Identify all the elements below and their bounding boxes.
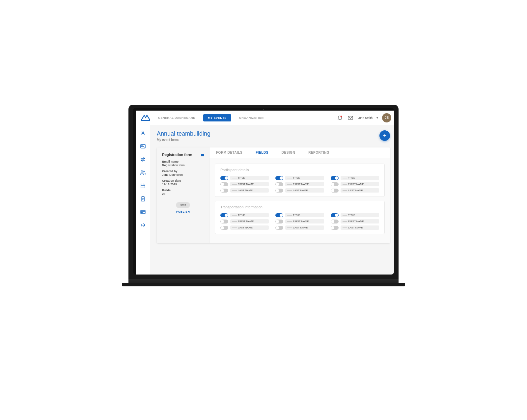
toggle-lastname-2[interactable] (275, 189, 283, 193)
svg-rect-9 (141, 197, 145, 201)
field-pill-lastname-3: LAST NAME (341, 188, 379, 193)
nav-right: John Smith ▾ JS (337, 113, 391, 122)
svg-rect-4 (141, 144, 145, 148)
notification-icon[interactable] (337, 115, 343, 121)
blue-square-indicator (201, 154, 204, 156)
field-row: FIRST NAME (275, 182, 324, 186)
toggle-title-1[interactable] (220, 176, 228, 180)
field-row: FIRST NAME (275, 219, 324, 223)
draft-button[interactable]: Draft (176, 202, 190, 208)
email-name-label: Email name (162, 160, 204, 163)
toggle-t-firstname-2[interactable] (275, 220, 283, 223)
tab-form-details[interactable]: FORM DETAILS (209, 147, 249, 158)
svg-point-6 (141, 171, 143, 172)
email-name-value: Registration form (162, 164, 204, 167)
tab-fields[interactable]: FIELDS (249, 147, 275, 158)
share-icon[interactable] (139, 221, 147, 229)
sidebar-icons (136, 125, 150, 275)
field-pill-t-lastname-2: LAST NAME (285, 225, 324, 230)
field-row: TITLE (220, 176, 269, 180)
svg-point-3 (142, 131, 144, 133)
credit-card-icon[interactable] (139, 208, 147, 216)
svg-rect-8 (141, 184, 145, 188)
toggle-lastname-3[interactable] (331, 189, 339, 193)
nav-my-events[interactable]: MY EVENTS (203, 114, 231, 121)
field-pill-t-firstname-1: FIRST NAME (230, 219, 269, 223)
tab-design[interactable]: DESIGN (275, 147, 302, 158)
toggle-t-lastname-2[interactable] (275, 226, 283, 230)
svg-rect-10 (141, 210, 145, 214)
participant-details-group: Participant details TITLE (215, 164, 385, 197)
field-row: LAST NAME (220, 188, 269, 193)
tabs: FORM DETAILS FIELDS DESIGN REPORTING (209, 147, 390, 158)
field-pill-lastname-2: LAST NAME (285, 188, 324, 193)
svg-point-1 (340, 116, 342, 117)
toggle-firstname-2[interactable] (275, 182, 283, 186)
form-sidebar-title: Registration form (162, 153, 192, 157)
dropdown-icon[interactable]: ▾ (376, 116, 378, 119)
participant-columns: TITLE FIRST NAME (220, 176, 379, 193)
nav-organization[interactable]: ORGANIZATION (239, 115, 264, 121)
transportation-columns: TITLE FIRST NAME (220, 213, 379, 230)
field-row: TITLE (275, 213, 324, 217)
svg-marker-0 (141, 115, 150, 120)
person-icon[interactable] (139, 129, 147, 137)
calendar-icon[interactable] (139, 182, 147, 190)
toggle-t-title-2[interactable] (275, 213, 283, 217)
toggle-lastname-1[interactable] (220, 189, 228, 193)
nav-general-dashboard[interactable]: GENERAL DASHBOARD (158, 115, 195, 121)
toggle-t-firstname-3[interactable] (331, 220, 339, 223)
field-row: TITLE (331, 176, 379, 180)
tab-reporting[interactable]: REPORTING (302, 147, 336, 158)
field-pill-t-title-1: TITLE (230, 213, 269, 217)
toggle-title-3[interactable] (331, 176, 339, 180)
svg-rect-11 (141, 212, 143, 213)
toggle-firstname-3[interactable] (331, 182, 339, 186)
participant-details-title: Participant details (220, 168, 379, 172)
toggle-t-lastname-1[interactable] (220, 226, 228, 230)
fields-label: Fields (162, 189, 204, 192)
add-button[interactable]: + (379, 130, 390, 141)
field-pill-firstname-2: FIRST NAME (285, 182, 324, 186)
field-pill-lastname-1: LAST NAME (230, 188, 269, 193)
people-icon[interactable] (139, 169, 147, 176)
form-panel: Registration form Email name Registratio… (157, 147, 390, 243)
field-row: TITLE (331, 213, 379, 217)
toggle-t-title-1[interactable] (220, 213, 228, 217)
mail-icon[interactable] (347, 115, 354, 121)
form-main: FORM DETAILS FIELDS DESIGN REPORTING Par… (209, 147, 390, 243)
participant-col-3: TITLE FIRST NAME (331, 176, 379, 193)
logo (141, 114, 150, 122)
fields-content: Participant details TITLE (209, 158, 390, 243)
field-pill-t-lastname-1: LAST NAME (230, 225, 269, 230)
toggle-title-2[interactable] (275, 176, 283, 180)
toggle-firstname-1[interactable] (220, 182, 228, 186)
participant-col-1: TITLE FIRST NAME (220, 176, 269, 193)
fields-value: 23 (162, 192, 204, 196)
created-by-value: Jane Donnovan (162, 173, 204, 176)
creation-date-label: Creation date (162, 179, 204, 182)
field-row: FIRST NAME (220, 182, 269, 186)
transport-col-3: TITLE FIRST NAME (331, 213, 379, 230)
clipboard-icon[interactable] (139, 195, 147, 203)
image-icon[interactable] (139, 142, 147, 150)
page-subtitle: My event forms (157, 138, 210, 142)
field-row: LAST NAME (331, 188, 379, 193)
field-pill-title-1: TITLE (230, 176, 269, 180)
field-pill-t-title-3: TITLE (341, 213, 379, 217)
toggle-t-firstname-1[interactable] (220, 220, 228, 223)
svg-point-7 (143, 171, 145, 172)
nav-links: GENERAL DASHBOARD MY EVENTS ORGANIZATION (158, 114, 329, 121)
publish-link[interactable]: PUBLISH (162, 210, 204, 213)
field-pill-t-firstname-3: FIRST NAME (341, 219, 379, 223)
field-row: FIRST NAME (331, 219, 379, 223)
transfer-icon[interactable] (139, 155, 147, 163)
field-row: FIRST NAME (220, 219, 269, 223)
transport-col-2: TITLE FIRST NAME (275, 213, 324, 230)
toggle-t-lastname-3[interactable] (331, 226, 339, 230)
field-pill-firstname-1: FIRST NAME (230, 182, 269, 186)
field-pill-t-firstname-2: FIRST NAME (285, 219, 324, 223)
field-row: LAST NAME (275, 188, 324, 193)
user-name: John Smith (358, 116, 373, 119)
toggle-t-title-3[interactable] (331, 213, 339, 217)
